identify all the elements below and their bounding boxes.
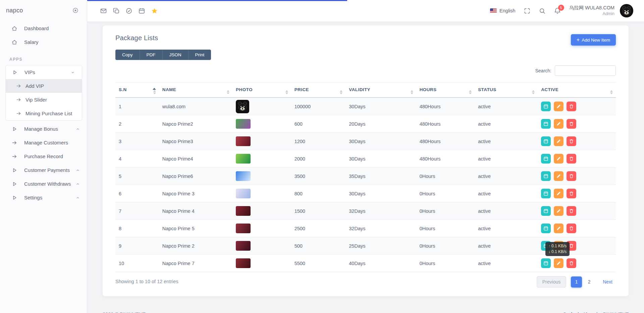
chevron-up-icon <box>75 182 80 186</box>
avatar[interactable] <box>620 4 633 17</box>
brand-name: napco <box>6 7 72 14</box>
sort-asc-icon <box>153 88 156 90</box>
column-header-name[interactable]: NAME <box>159 83 232 98</box>
cell-validity: 30Days <box>345 185 416 202</box>
edit-button[interactable] <box>554 171 564 181</box>
sidebar-item-mining-purchase-list[interactable]: Mining Purchase List <box>6 107 82 120</box>
bookmark-star-button[interactable] <box>151 7 158 14</box>
column-header-status[interactable]: STATUS <box>475 83 538 98</box>
edit-button[interactable] <box>554 189 564 198</box>
edit-button[interactable] <box>554 206 564 216</box>
delete-button[interactable] <box>567 206 576 216</box>
mail-button[interactable] <box>100 7 107 14</box>
chat-button[interactable] <box>113 7 120 14</box>
cell-photo <box>232 115 291 133</box>
column-header-photo[interactable]: PHOTO <box>232 83 291 98</box>
delete-button[interactable] <box>567 119 576 129</box>
edit-button[interactable] <box>554 119 564 129</box>
delete-button[interactable] <box>567 154 576 164</box>
cell-sn: 3 <box>115 133 159 150</box>
delete-button[interactable] <box>567 136 576 146</box>
delete-button[interactable] <box>567 224 576 233</box>
schedule-button[interactable] <box>541 136 551 146</box>
sidebar-item-label: Manage Bonus <box>24 126 75 132</box>
schedule-button[interactable] <box>541 119 551 129</box>
sidebar-item-dashboard[interactable]: Dashboard <box>0 21 87 35</box>
column-header-hours[interactable]: HOURS <box>416 83 475 98</box>
cell-name: Napco Prime 5 <box>159 220 232 237</box>
cell-status: active <box>475 133 538 150</box>
sidebar-item-customer-payments[interactable]: Customer Payments <box>0 163 87 177</box>
schedule-button[interactable] <box>541 102 551 111</box>
copy-button[interactable]: Copy <box>115 50 140 60</box>
search-input[interactable] <box>555 65 616 76</box>
cell-status: active <box>475 202 538 220</box>
cell-hours: 0Hours <box>416 185 475 202</box>
edit-button[interactable] <box>554 224 564 233</box>
edit-button[interactable] <box>554 258 564 268</box>
json-button[interactable]: JSON <box>163 50 189 60</box>
cell-name: Napco Prime4 <box>159 150 232 168</box>
sidebar-item-add-vip[interactable]: Add VIP <box>6 79 82 93</box>
print-button[interactable]: Print <box>189 50 211 60</box>
language-selector[interactable]: English <box>490 8 516 13</box>
sidebar-item-label: Customer Withdraws <box>24 181 75 187</box>
notifications-button[interactable]: 5 <box>554 7 561 14</box>
cell-sn: 5 <box>115 168 159 185</box>
play-icon <box>11 126 17 132</box>
schedule-button[interactable] <box>541 171 551 181</box>
column-header-sn[interactable]: S.N <box>115 83 159 98</box>
next-page-button[interactable]: Next <box>599 276 616 287</box>
cell-status: active <box>475 237 538 255</box>
table-row: 3 Napco Prime3 1200 30Days 480Hours acti… <box>115 133 616 150</box>
previous-page-button[interactable]: Previous <box>537 276 566 288</box>
language-label: English <box>499 8 516 13</box>
sidebar-item-vips[interactable]: VIPs <box>6 65 82 79</box>
schedule-button[interactable] <box>541 224 551 233</box>
sidebar-item-manage-customers[interactable]: Manage Customers <box>0 136 87 149</box>
sidebar-item-customer-withdraws[interactable]: Customer Withdraws <box>0 177 87 191</box>
package-photo <box>236 206 251 216</box>
cell-validity: 32Days <box>345 202 416 220</box>
cell-price: 1500 <box>291 202 346 220</box>
delete-button[interactable] <box>567 258 576 268</box>
add-new-item-button[interactable]: + Add New Item <box>571 34 616 46</box>
play-icon <box>11 167 17 173</box>
sidebar-item-manage-bonus[interactable]: Manage Bonus <box>0 122 87 136</box>
delete-button[interactable] <box>567 102 576 111</box>
package-photo <box>236 154 251 164</box>
column-header-active[interactable]: ACTIVE <box>538 83 616 98</box>
schedule-button[interactable] <box>541 154 551 164</box>
sidebar-pin-toggle[interactable] <box>72 7 79 14</box>
cell-validity: 25Days <box>345 237 416 255</box>
schedule-button[interactable] <box>541 258 551 268</box>
schedule-button[interactable] <box>541 206 551 216</box>
schedule-button[interactable] <box>541 189 551 198</box>
column-header-price[interactable]: PRICE <box>291 83 346 98</box>
page-2-button[interactable]: 2 <box>584 276 595 288</box>
delete-button[interactable] <box>567 171 576 181</box>
calendar-button[interactable] <box>138 7 145 14</box>
sidebar-item-purchase-record[interactable]: Purchase Record <box>0 149 87 163</box>
column-header-validity[interactable]: VALIDITY <box>345 83 416 98</box>
page-1-button[interactable]: 1 <box>571 276 582 288</box>
edit-button[interactable] <box>554 154 564 164</box>
copyright: 2020 © PIXINVENT <box>103 312 146 313</box>
edit-button[interactable] <box>554 102 564 111</box>
calendar-icon <box>543 121 548 126</box>
user-menu[interactable]: 乌拉网 WULA8.COM Admin <box>569 5 614 16</box>
pdf-button[interactable]: PDF <box>140 50 163 60</box>
sidebar-item-salary[interactable]: Salary <box>0 35 87 49</box>
tasks-button[interactable] <box>125 7 132 14</box>
search-button[interactable] <box>539 7 546 14</box>
sidebar-item-vip-slider[interactable]: Vip Slider <box>6 93 82 107</box>
fullscreen-button[interactable] <box>524 7 531 14</box>
table-search: Search: <box>115 65 616 76</box>
edit-button[interactable] <box>554 136 564 146</box>
delete-button[interactable] <box>567 189 576 198</box>
cell-price: 2500 <box>291 220 346 237</box>
sidebar-item-settings[interactable]: Settings <box>0 191 87 204</box>
cell-hours: 480Hours <box>416 115 475 133</box>
sort-icons <box>285 90 288 94</box>
package-photo <box>236 119 251 129</box>
